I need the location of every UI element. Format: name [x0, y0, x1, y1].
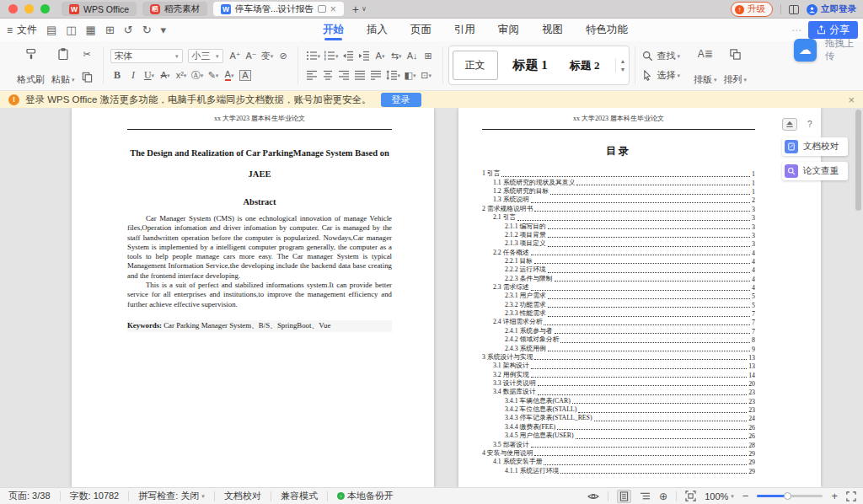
ribbon-tab[interactable]: 审阅 [498, 19, 519, 41]
sort-icon[interactable]: A↓ [405, 48, 420, 63]
fullscreen-icon[interactable] [846, 491, 856, 501]
quick-icon[interactable]: ↺ [124, 24, 133, 35]
font-name-select[interactable]: 宋体 ▾ [110, 49, 183, 63]
split-view-icon[interactable] [789, 5, 799, 14]
vertical-scrollbar[interactable] [855, 110, 861, 485]
print-layout-view-icon[interactable] [617, 490, 631, 503]
cut-icon[interactable]: ✂ [80, 46, 94, 62]
comment-bubble-icon[interactable] [318, 5, 326, 13]
file-menu[interactable]: ≡ 文件 [7, 19, 37, 41]
page-abstract[interactable]: xx 大学2023 届本科生毕业论文 The Design and Realiz… [72, 108, 434, 487]
font-size-select[interactable]: 小三 ▾ [188, 49, 223, 63]
quick-icon[interactable]: ▤ [46, 24, 56, 35]
numbering-icon[interactable]: ▾ [323, 48, 340, 63]
style-item[interactable]: 正文 [453, 51, 498, 80]
align-left-icon[interactable] [305, 67, 319, 83]
compat-mode-button[interactable]: 兼容模式 [281, 490, 318, 502]
justify-icon[interactable] [353, 67, 367, 83]
find-button[interactable]: 查找▾ [642, 46, 680, 65]
ribbon-tab[interactable]: 页面 [410, 19, 432, 41]
quick-icon[interactable]: ◫ [66, 24, 76, 35]
zoom-level-select[interactable]: 100% ▾ [705, 491, 734, 501]
web-layout-view-icon[interactable]: ⊕ [659, 491, 667, 502]
phonetic-guide-icon[interactable]: Ⓐ▾ [190, 67, 205, 83]
increase-indent-icon[interactable] [357, 48, 372, 63]
zoom-out-button[interactable]: − [742, 491, 749, 501]
drag-upload-hint[interactable]: ☁ 拖拽上传 [794, 37, 863, 62]
login-button[interactable]: 立即登录 [807, 3, 856, 15]
borders-icon[interactable]: ⊡▾ [419, 67, 433, 83]
show-marks-icon[interactable]: ⊞ [421, 48, 436, 63]
shrink-font-icon[interactable]: A⁻ [244, 48, 259, 63]
page-toc[interactable]: xx 大学2023 届本科生毕业论文 目录 1 引言 1 1.1 系统研究的现状… [458, 108, 821, 487]
upgrade-button[interactable]: ↑ 升级 [731, 2, 773, 17]
toc-entry[interactable]: 4.1.1 系统运行环境 29 [482, 466, 755, 475]
spellcheck-toggle[interactable]: 拼写检查: 关闭 ▾ [138, 490, 205, 502]
strikethrough-icon[interactable]: A▾ [158, 67, 173, 83]
format-painter-button[interactable]: 格式刷 [13, 45, 48, 86]
styles-up-icon[interactable]: ▲ [620, 58, 626, 64]
typeset-button[interactable]: A≣ 排版▾ [690, 45, 721, 86]
paste-button[interactable]: 粘贴▾ [48, 45, 78, 86]
quick-icon[interactable]: ▦ [86, 24, 96, 35]
document-canvas[interactable]: xx 大学2023 届本科生毕业论文 The Design and Realiz… [0, 108, 863, 487]
notice-login-button[interactable]: 登录 [381, 93, 421, 107]
arrange-button[interactable]: 排列▾ [721, 45, 751, 86]
outline-view-icon[interactable] [640, 491, 651, 501]
document-tab[interactable]: 稻 稻壳素材 × [142, 2, 207, 16]
quick-icon[interactable]: ▾ [161, 24, 167, 35]
style-item[interactable]: 标题 1 [507, 57, 555, 73]
local-backup-status[interactable]: ↑ 本地备份开 [337, 490, 394, 502]
change-case-icon[interactable]: A▾ [373, 48, 388, 63]
collapse-panel-icon[interactable] [782, 118, 797, 131]
document-tab[interactable]: W WPS Office × [62, 2, 137, 16]
zoom-slider[interactable] [757, 495, 823, 497]
minimize-window-button[interactable] [24, 4, 34, 13]
font-color-icon[interactable]: A▾ [222, 67, 237, 83]
zoom-slider-thumb[interactable] [784, 492, 791, 500]
select-button[interactable]: 选择▾ [642, 66, 680, 84]
new-tab-button[interactable]: + [352, 3, 359, 16]
scrollbar-thumb[interactable] [855, 110, 861, 211]
eye-protect-icon[interactable] [587, 491, 599, 501]
grow-font-icon[interactable]: A⁺ [228, 48, 243, 63]
char-shading-icon[interactable]: A [239, 67, 253, 83]
zoom-window-button[interactable] [40, 4, 50, 13]
quick-icon[interactable]: ⊞ [105, 24, 115, 35]
distribute-icon[interactable] [369, 67, 383, 83]
share-button[interactable]: 分享 [808, 21, 858, 39]
line-spacing-icon[interactable]: ▾ [385, 67, 402, 83]
proofread-tool-button[interactable]: 文档校对 [782, 137, 848, 156]
ribbon-tab[interactable]: 插入 [367, 19, 388, 41]
quick-icon[interactable]: ↻ [142, 24, 152, 35]
fit-page-icon[interactable] [685, 491, 696, 501]
align-center-icon[interactable] [321, 67, 335, 83]
italic-icon[interactable]: I [126, 67, 141, 83]
text-effects-icon[interactable]: 变▾ [260, 48, 275, 63]
help-icon[interactable]: ? [807, 120, 812, 129]
tab-list-chevron-icon[interactable]: ∨ [362, 5, 367, 13]
styles-down-icon[interactable]: ▼ [620, 67, 626, 72]
notice-close-icon[interactable]: × [848, 94, 855, 106]
bullets-icon[interactable]: ▾ [305, 48, 322, 63]
underline-icon[interactable]: U▾ [142, 67, 157, 83]
align-right-icon[interactable] [337, 67, 351, 83]
toc-entry[interactable]: 2 需求规格说明书 3 [482, 204, 755, 212]
ribbon-tab[interactable]: 引用 [454, 19, 475, 41]
superscript-icon[interactable]: x²▾ [174, 67, 189, 83]
plagiarism-check-button[interactable]: 论文查重 [782, 162, 848, 180]
zoom-in-button[interactable]: + [831, 491, 838, 501]
cooperation-more-icon[interactable]: ⋯ [791, 24, 801, 36]
bold-icon[interactable]: B [110, 67, 125, 83]
word-count[interactable]: 字数: 10782 [70, 490, 120, 502]
ribbon-tab[interactable]: 视图 [542, 19, 563, 41]
text-direction-icon[interactable]: ⇆▾ [389, 48, 404, 63]
style-item[interactable]: 标题 2 [563, 58, 607, 73]
close-window-button[interactable] [8, 4, 18, 13]
highlight-icon[interactable]: ✎▾ [206, 67, 221, 83]
copy-icon[interactable] [80, 69, 94, 84]
clear-formatting-icon[interactable]: ⊘ [276, 48, 291, 63]
close-tab-icon[interactable]: × [330, 5, 336, 13]
proofread-status-button[interactable]: 文档校对 [224, 490, 261, 502]
decrease-indent-icon[interactable] [341, 48, 356, 63]
